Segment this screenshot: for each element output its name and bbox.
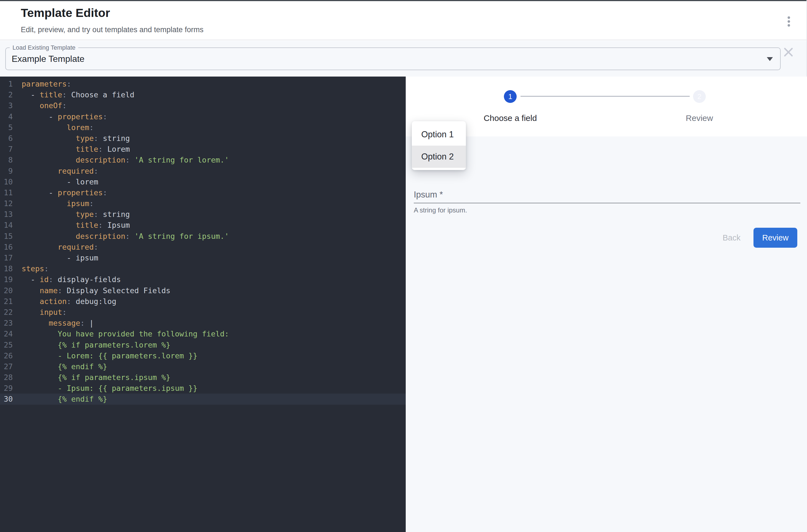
code-line[interactable]: 29 - Ipsum: {{ parameters.ipsum }} — [0, 383, 406, 394]
stepper-step-1-circle: 1 — [504, 90, 517, 103]
stepper-section — [406, 77, 807, 136]
load-template-select[interactable]: Load Existing Template Example Template — [5, 48, 781, 70]
template-editor-page: Template Editor Edit, preview, and try o… — [0, 0, 807, 532]
line-number: 8 — [0, 154, 13, 165]
template-preview-panel: 1 2 Choose a field Review Ipsum * A stri… — [406, 77, 807, 532]
code-line[interactable]: 19 - id: display-fields — [0, 274, 406, 285]
options-dropdown-menu: Option 1Option 2 — [412, 121, 466, 170]
menu-option[interactable]: Option 1 — [412, 124, 466, 146]
code-line[interactable]: 22 input: — [0, 307, 406, 318]
code-line[interactable]: 9 required: — [0, 166, 406, 176]
more-vert-icon — [788, 20, 790, 23]
code-line[interactable]: 10 - lorem — [0, 176, 406, 187]
code-line[interactable]: 23 message: | — [0, 318, 406, 328]
line-number: 9 — [0, 166, 13, 176]
ipsum-field-label: Ipsum * — [414, 190, 443, 200]
more-vert-icon — [788, 24, 790, 26]
select-label: Load Existing Template — [10, 44, 78, 51]
code-line[interactable]: 27 {% endif %} — [0, 361, 406, 372]
clear-icon — [782, 46, 795, 58]
code-line[interactable]: 21 action: debug:log — [0, 296, 406, 307]
load-template-bar: Load Existing Template Example Template — [0, 41, 806, 77]
code-line[interactable]: 5 lorem: — [0, 122, 406, 133]
code-line[interactable]: 12 ipsum: — [0, 198, 406, 209]
code-editor[interactable]: 1parameters:2 - title: Choose a field3 o… — [0, 77, 406, 532]
line-number: 24 — [0, 328, 13, 339]
line-number: 7 — [0, 144, 13, 154]
line-number: 28 — [0, 372, 13, 383]
line-number: 25 — [0, 340, 13, 350]
clear-template-button[interactable] — [782, 46, 795, 58]
line-number: 10 — [0, 176, 13, 187]
code-line[interactable]: 24 You have provided the following field… — [0, 328, 406, 339]
review-button[interactable]: Review — [753, 228, 797, 248]
line-number: 4 — [0, 111, 13, 122]
line-number: 11 — [0, 187, 13, 198]
line-number: 21 — [0, 296, 13, 307]
line-number: 27 — [0, 361, 13, 372]
page-title: Template Editor — [21, 6, 110, 20]
code-line[interactable]: 20 name: Display Selected Fields — [0, 285, 406, 296]
code-line[interactable]: 3 oneOf: — [0, 100, 406, 111]
code-line[interactable]: 25 {% if parameters.lorem %} — [0, 340, 406, 350]
code-line[interactable]: 8 description: 'A string for lorem.' — [0, 154, 406, 165]
line-number: 18 — [0, 263, 13, 274]
code-line[interactable]: 17 - ipsum — [0, 252, 406, 263]
line-number: 1 — [0, 78, 13, 89]
code-line[interactable]: 14 title: Ipsum — [0, 220, 406, 230]
line-number: 23 — [0, 318, 13, 328]
line-number: 13 — [0, 209, 13, 220]
code-line[interactable]: 18steps: — [0, 263, 406, 274]
more-options-button[interactable] — [781, 13, 797, 30]
line-number: 30 — [0, 394, 13, 404]
line-number: 17 — [0, 252, 13, 263]
line-number: 29 — [0, 383, 13, 394]
line-number: 15 — [0, 231, 13, 242]
line-number: 3 — [0, 100, 13, 111]
line-number: 22 — [0, 307, 13, 318]
menu-option[interactable]: Option 2 — [412, 146, 466, 168]
code-line[interactable]: 7 title: Lorem — [0, 144, 406, 154]
page-subtitle: Edit, preview, and try out templates and… — [21, 25, 204, 34]
stepper-step-2-label: Review — [658, 113, 741, 123]
ipsum-input[interactable]: Ipsum * — [414, 186, 800, 203]
ipsum-helper-text: A string for ipsum. — [414, 206, 467, 214]
code-line[interactable]: 6 type: string — [0, 133, 406, 144]
line-number: 20 — [0, 285, 13, 296]
line-number: 16 — [0, 242, 13, 252]
code-line[interactable]: 30 {% endif %} — [0, 394, 406, 404]
line-number: 19 — [0, 274, 13, 285]
more-vert-icon — [788, 16, 790, 19]
code-line[interactable]: 28 {% if parameters.ipsum %} — [0, 372, 406, 383]
input-underline — [414, 203, 800, 203]
code-line[interactable]: 4 - properties: — [0, 111, 406, 122]
code-line[interactable]: 13 type: string — [0, 209, 406, 220]
code-line[interactable]: 11 - properties: — [0, 187, 406, 198]
line-number: 5 — [0, 122, 13, 133]
page-header: Template Editor Edit, preview, and try o… — [0, 1, 806, 40]
code-line[interactable]: 26 - Lorem: {{ parameters.lorem }} — [0, 350, 406, 361]
code-line[interactable]: 2 - title: Choose a field — [0, 89, 406, 100]
code-line[interactable]: 15 description: 'A string for ipsum.' — [0, 231, 406, 242]
select-value: Example Template — [12, 54, 84, 64]
dropdown-caret-icon — [767, 57, 773, 61]
line-number: 14 — [0, 220, 13, 230]
line-number: 12 — [0, 198, 13, 209]
line-number: 6 — [0, 133, 13, 144]
code-line[interactable]: 1parameters: — [0, 78, 406, 89]
stepper-step-1-label: Choose a field — [469, 113, 552, 123]
code-line[interactable]: 16 required: — [0, 242, 406, 252]
stepper-connector — [520, 96, 690, 96]
editor-lines: 1parameters:2 - title: Choose a field3 o… — [0, 78, 406, 405]
line-number: 2 — [0, 89, 13, 100]
line-number: 26 — [0, 350, 13, 361]
back-button[interactable]: Back — [718, 228, 745, 248]
stepper-step-2-circle: 2 — [693, 90, 706, 103]
